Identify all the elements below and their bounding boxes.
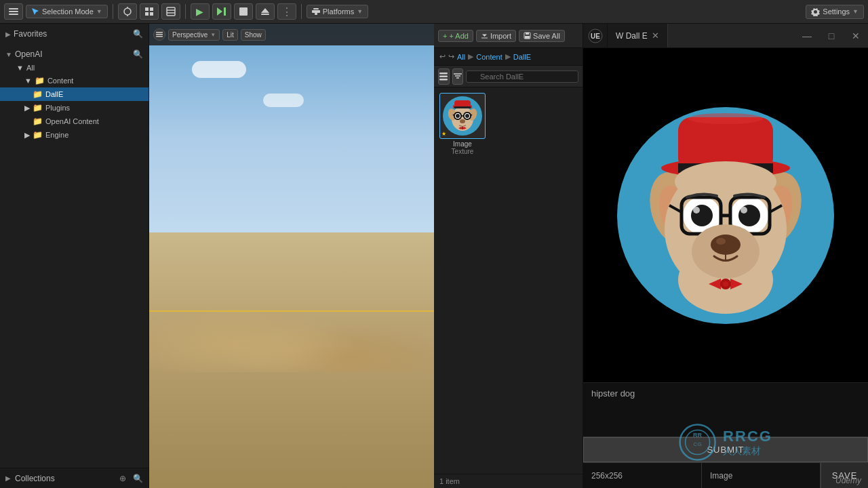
asset-thumbnail-svg <box>442 96 483 136</box>
tree-plugins-arrow: ▶ <box>24 104 30 113</box>
add-label: + Add <box>449 32 468 40</box>
ue-logo: UE <box>583 24 608 47</box>
svg-point-78 <box>741 207 747 214</box>
dalle-tab[interactable]: W Dall E ✕ <box>608 24 668 47</box>
svg-rect-21 <box>156 32 163 33</box>
name-input[interactable] <box>702 463 821 488</box>
openai-search-icon[interactable]: 🔍 <box>133 49 143 59</box>
platforms-btn[interactable]: Platforms ▼ <box>307 5 368 18</box>
save-all-btn[interactable]: Save All <box>519 30 565 42</box>
svg-rect-2 <box>9 14 18 15</box>
dalle-tab-bar: UE W Dall E ✕ — □ ✕ <box>583 24 868 48</box>
viewport-cloud2 <box>263 94 304 107</box>
menu-icon-btn[interactable] <box>4 3 23 20</box>
perspective-btn[interactable]: Perspective ▼ <box>168 29 220 41</box>
viewport-yellow-line <box>149 310 434 312</box>
collections-add-icon[interactable]: ⊕ <box>119 474 126 483</box>
tree-openai-content[interactable]: 📁 OpenAI Content <box>0 115 149 128</box>
left-panel: ▶ Favorites 🔍 ▼ OpenAI 🔍 ▼ All ▼ 📁 Conte… <box>0 24 149 488</box>
tree-all[interactable]: ▼ All <box>0 62 149 74</box>
svg-marker-16 <box>261 8 269 13</box>
breadcrumb-forward-icon[interactable]: ↪ <box>448 52 454 61</box>
dalle-tab-close-btn[interactable]: ✕ <box>652 30 659 41</box>
grid-btn[interactable] <box>161 3 180 20</box>
openai-header[interactable]: ▼ OpenAI 🔍 <box>0 47 149 62</box>
asset-thumb-img: ★ <box>439 93 486 139</box>
view-options-btn[interactable] <box>438 68 450 85</box>
settings-btn[interactable]: Settings ▼ <box>806 5 864 19</box>
perspective-dropdown-icon: ▼ <box>210 32 216 38</box>
settings-dropdown-icon: ▼ <box>852 8 859 15</box>
selection-mode-btn[interactable]: Selection Mode ▼ <box>26 5 108 18</box>
svg-text:CG: CG <box>694 441 702 447</box>
close-btn[interactable]: ✕ <box>844 24 868 48</box>
svg-rect-9 <box>150 12 153 16</box>
tree-dalle-label: DallE <box>45 90 63 98</box>
tree-engine-label: Engine <box>45 131 68 139</box>
eject-btn[interactable] <box>256 3 275 20</box>
breadcrumb: ↩ ↪ All ▶ Content ▶ DallE <box>434 48 583 66</box>
content-browser: + + Add Import Save All ↩ ↪ All ▶ Conten… <box>434 24 583 488</box>
svg-rect-25 <box>526 33 529 35</box>
svg-rect-17 <box>261 14 269 15</box>
lit-label: Lit <box>226 31 234 39</box>
collections-search-icon[interactable]: 🔍 <box>133 474 143 483</box>
search-input[interactable] <box>466 70 578 83</box>
svg-rect-20 <box>315 13 317 15</box>
tree-engine[interactable]: ▶ 📁 Engine <box>0 128 149 142</box>
svg-text:RR: RR <box>693 432 702 439</box>
selection-mode-label: Selection Mode <box>42 7 94 16</box>
tree-dalle[interactable]: 📁 DallE <box>0 87 149 101</box>
tree-plugins[interactable]: ▶ 📁 Plugins <box>0 101 149 115</box>
minimize-btn[interactable]: — <box>795 24 819 48</box>
viewport-menu-btn[interactable] <box>153 28 165 41</box>
svg-rect-6 <box>145 7 149 11</box>
add-btn[interactable]: + + Add <box>438 30 473 42</box>
sort-btn[interactable] <box>452 68 464 85</box>
breadcrumb-content[interactable]: Content <box>476 53 502 61</box>
viewport[interactable]: Perspective ▼ Lit Show <box>149 24 434 488</box>
svg-rect-18 <box>312 10 320 13</box>
svg-point-43 <box>465 114 469 118</box>
transform-btn[interactable] <box>118 3 137 20</box>
udemy-badge: Udemy <box>835 476 861 485</box>
svg-rect-0 <box>9 8 18 9</box>
favorites-header[interactable]: ▶ Favorites 🔍 <box>0 26 149 41</box>
cb-toolbar: + + Add Import Save All <box>434 24 583 48</box>
collections-bar: ▶ Collections ⊕ 🔍 <box>0 468 149 488</box>
maximize-btn[interactable]: □ <box>819 24 844 48</box>
play-btn[interactable]: ▶ <box>191 3 210 20</box>
tree-content[interactable]: ▼ 📁 Content <box>0 74 149 87</box>
svg-text:UE: UE <box>591 33 600 40</box>
breadcrumb-dalle[interactable]: DallE <box>513 53 531 61</box>
main-area: ▶ Favorites 🔍 ▼ OpenAI 🔍 ▼ All ▼ 📁 Conte… <box>0 24 868 488</box>
collections-arrow[interactable]: ▶ <box>5 474 11 482</box>
snap-btn[interactable] <box>140 3 159 20</box>
breadcrumb-all[interactable]: All <box>457 53 465 61</box>
engine-folder-icon: 📁 <box>33 130 43 140</box>
asset-name: Image <box>439 140 486 148</box>
asset-item-image[interactable]: ★ Image Texture <box>439 93 486 155</box>
tree-plugins-label: Plugins <box>45 104 70 112</box>
stop-btn[interactable] <box>234 3 253 20</box>
search-wrap: 🔍 <box>466 70 578 83</box>
step-btn[interactable] <box>212 3 231 20</box>
platforms-label: Platforms <box>323 7 354 16</box>
svg-rect-15 <box>239 7 248 16</box>
tree-content-arrow: ▼ <box>24 77 32 85</box>
separator-2 <box>185 4 186 19</box>
lit-btn[interactable]: Lit <box>222 29 238 41</box>
collections-label: Collections <box>15 474 55 483</box>
show-btn[interactable]: Show <box>241 29 266 41</box>
import-btn[interactable]: Import <box>476 30 516 42</box>
hipster-dog-svg <box>614 104 837 327</box>
content-folder-icon: 📁 <box>35 76 45 85</box>
more-btn[interactable]: ⋮ <box>277 3 296 20</box>
toolbar-right: Settings ▼ <box>806 5 864 19</box>
favorites-search-icon[interactable]: 🔍 <box>133 29 143 39</box>
top-toolbar: Selection Mode ▼ ▶ ⋮ Platforms ▼ Setting… <box>0 0 868 24</box>
size-input[interactable] <box>583 463 702 488</box>
breadcrumb-back-icon[interactable]: ↩ <box>439 52 446 61</box>
favorites-label: Favorites <box>14 29 47 39</box>
openai-section: ▼ OpenAI 🔍 ▼ All ▼ 📁 Content 📁 DallE ▶ 📁… <box>0 44 149 144</box>
